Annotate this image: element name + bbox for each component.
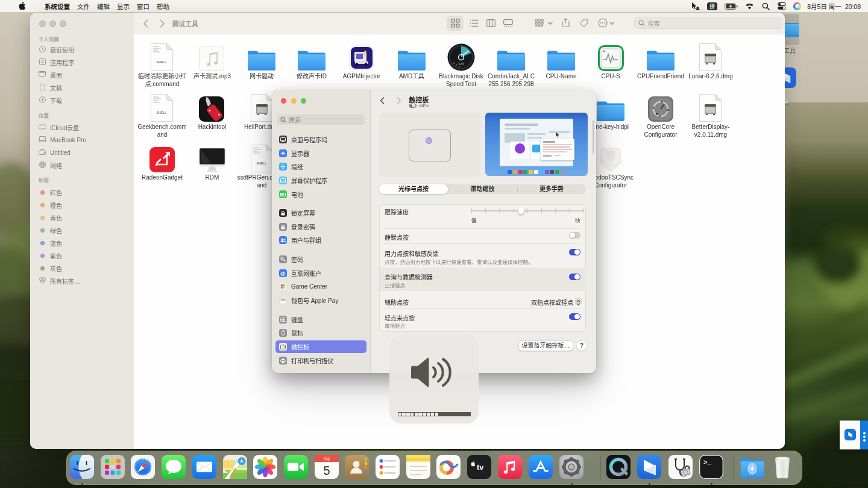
svg-text:A: A — [40, 59, 43, 64]
svg-text:>_: >_ — [703, 459, 712, 466]
svg-text:tv: tv — [477, 463, 484, 472]
svg-text:8月: 8月 — [324, 457, 330, 461]
svg-text:325: 325 — [458, 62, 465, 66]
svg-text:5: 5 — [323, 464, 330, 477]
